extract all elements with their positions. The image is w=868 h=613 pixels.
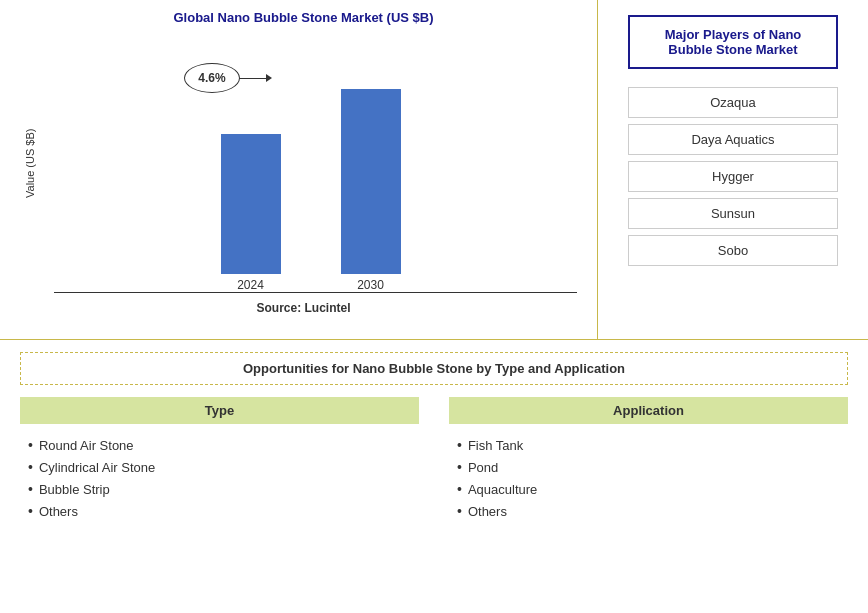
source-text: Source: Lucintel [20,293,587,319]
type-item-bubble-strip: • Bubble Strip [28,478,419,500]
bullet-icon: • [457,437,462,453]
app-item-aquaculture: • Aquaculture [457,478,848,500]
bar-2024 [221,134,281,274]
x-axis-line [54,292,577,293]
player-ozaqua: Ozaqua [628,87,838,118]
bars-container: 4.6% 2024 203 [44,33,587,292]
bullet-icon: • [28,503,33,519]
bar-label-2024: 2024 [237,278,264,292]
type-header: Type [20,397,419,424]
bar-group-2024: 2024 [221,134,281,292]
arrow-head [266,74,272,82]
player-sunsun: Sunsun [628,198,838,229]
bar-label-2030: 2030 [357,278,384,292]
application-items: • Fish Tank • Pond • Aquaculture • Other… [449,434,848,522]
bullet-icon: • [28,481,33,497]
bubble-annotation: 4.6% [184,63,240,93]
type-item-others: • Others [28,500,419,522]
arrow-line [239,78,269,79]
right-panel: Major Players of Nano Bubble Stone Marke… [598,0,868,339]
bar-2030 [341,89,401,274]
bullet-icon: • [28,437,33,453]
opportunities-title: Opportunities for Nano Bubble Stone by T… [20,352,848,385]
chart-inner: Value (US $B) 4.6% [20,33,587,293]
bullet-icon: • [457,481,462,497]
bullet-icon: • [457,459,462,475]
type-application-row: Type • Round Air Stone • Cylindrical Air… [20,397,848,522]
cagr-value: 4.6% [198,71,225,85]
app-item-fish-tank: • Fish Tank [457,434,848,456]
player-sobo: Sobo [628,235,838,266]
major-players-title: Major Players of Nano Bubble Stone Marke… [628,15,838,69]
chart-title: Global Nano Bubble Stone Market (US $B) [20,10,587,25]
type-items: • Round Air Stone • Cylindrical Air Ston… [20,434,419,522]
application-column: Application • Fish Tank • Pond • Aquacul… [449,397,848,522]
app-item-pond: • Pond [457,456,848,478]
bullet-icon: • [28,459,33,475]
type-item-round: • Round Air Stone [28,434,419,456]
cagr-bubble: 4.6% [184,63,240,93]
bar-group-2030: 2030 [341,89,401,292]
bottom-section: Opportunities for Nano Bubble Stone by T… [0,340,868,613]
chart-area: Global Nano Bubble Stone Market (US $B) … [0,0,598,339]
application-header: Application [449,397,848,424]
bullet-icon: • [457,503,462,519]
y-axis-label: Value (US $B) [20,33,40,293]
type-item-cylindrical: • Cylindrical Air Stone [28,456,419,478]
player-daya: Daya Aquatics [628,124,838,155]
main-container: Global Nano Bubble Stone Market (US $B) … [0,0,868,613]
app-item-others: • Others [457,500,848,522]
type-column: Type • Round Air Stone • Cylindrical Air… [20,397,419,522]
player-hygger: Hygger [628,161,838,192]
chart-plot: 4.6% 2024 203 [44,33,587,293]
top-section: Global Nano Bubble Stone Market (US $B) … [0,0,868,340]
